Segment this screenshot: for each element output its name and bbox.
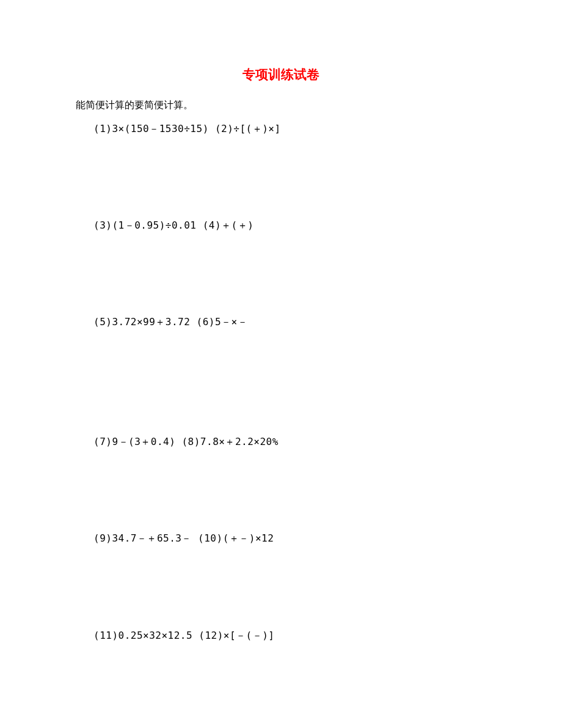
problem-row-1: (1)3×(150－1530÷15) (2)÷[(＋)×] [93, 123, 281, 136]
problem-row-5: (9)34.7－＋65.3－ (10)(＋－)×12 [93, 532, 274, 545]
problem-row-3: (5)3.72×99＋3.72 (6)5－×－ [93, 316, 247, 329]
problem-row-4: (7)9－(3＋0.4) (8)7.8×＋2.2×20% [93, 436, 279, 449]
instruction-text: 能简便计算的要简便计算。 [76, 99, 193, 112]
problem-row-6: (11)0.25×32×12.5 (12)×[－(－)] [93, 630, 274, 642]
problem-row-2: (3)(1－0.95)÷0.01 (4)＋(＋) [93, 219, 254, 232]
document-title: 专项训练试卷 [0, 66, 562, 83]
